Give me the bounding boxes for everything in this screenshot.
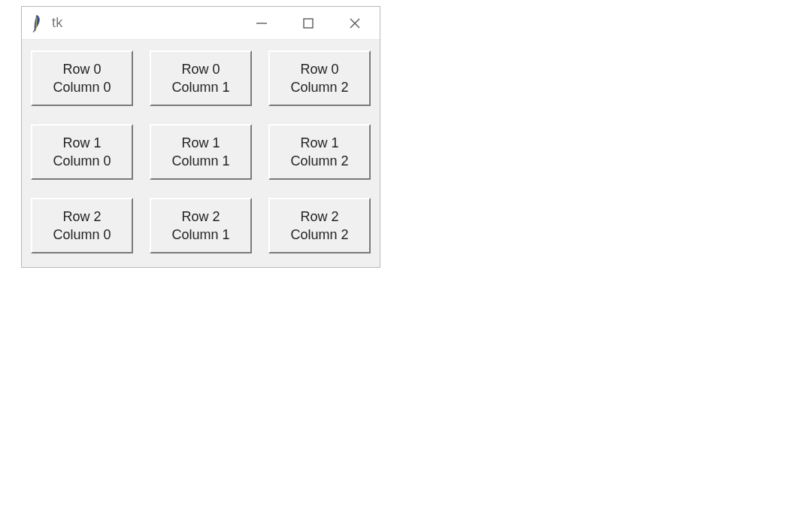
button-line1: Row 0 xyxy=(181,60,220,78)
grid-button-0-0[interactable]: Row 0 Column 0 xyxy=(31,50,133,106)
grid-button-2-1[interactable]: Row 2 Column 1 xyxy=(150,198,252,253)
grid-button-0-1[interactable]: Row 0 Column 1 xyxy=(150,50,252,106)
window-title: tk xyxy=(52,15,63,31)
button-line2: Column 2 xyxy=(290,152,348,170)
grid-button-1-1[interactable]: Row 1 Column 1 xyxy=(150,124,252,180)
button-line2: Column 2 xyxy=(290,226,348,244)
maximize-icon xyxy=(301,16,316,31)
grid-button-1-0[interactable]: Row 1 Column 0 xyxy=(31,124,133,180)
button-line2: Column 2 xyxy=(290,78,348,96)
button-line2: Column 0 xyxy=(53,226,111,244)
app-window: tk Row 0 Column 0 Row 0 xyxy=(21,6,380,268)
button-line1: Row 2 xyxy=(300,208,338,226)
maximize-button[interactable] xyxy=(285,7,332,40)
titlebar[interactable]: tk xyxy=(22,7,380,40)
minimize-icon xyxy=(254,16,269,31)
grid-button-0-2[interactable]: Row 0 Column 2 xyxy=(268,50,371,106)
button-line1: Row 0 xyxy=(300,60,338,78)
button-line2: Column 1 xyxy=(171,152,229,170)
button-line2: Column 1 xyxy=(171,226,229,244)
minimize-button[interactable] xyxy=(238,7,285,40)
grid-button-1-2[interactable]: Row 1 Column 2 xyxy=(268,124,371,180)
close-icon xyxy=(347,16,362,31)
button-line1: Row 1 xyxy=(62,134,101,152)
button-line1: Row 0 xyxy=(62,60,101,78)
button-line2: Column 0 xyxy=(53,78,111,96)
button-line1: Row 1 xyxy=(181,134,220,152)
button-line1: Row 2 xyxy=(62,208,101,226)
tk-feather-icon xyxy=(29,14,44,33)
button-grid: Row 0 Column 0 Row 0 Column 1 Row 0 Colu… xyxy=(31,50,371,253)
button-line1: Row 1 xyxy=(300,134,338,152)
close-button[interactable] xyxy=(332,7,378,40)
button-line2: Column 1 xyxy=(171,78,229,96)
grid-button-2-2[interactable]: Row 2 Column 2 xyxy=(268,198,371,253)
button-line1: Row 2 xyxy=(181,208,220,226)
svg-rect-1 xyxy=(304,19,313,28)
grid-button-2-0[interactable]: Row 2 Column 0 xyxy=(31,198,133,253)
button-line2: Column 0 xyxy=(53,152,111,170)
client-area: Row 0 Column 0 Row 0 Column 1 Row 0 Colu… xyxy=(22,40,380,267)
